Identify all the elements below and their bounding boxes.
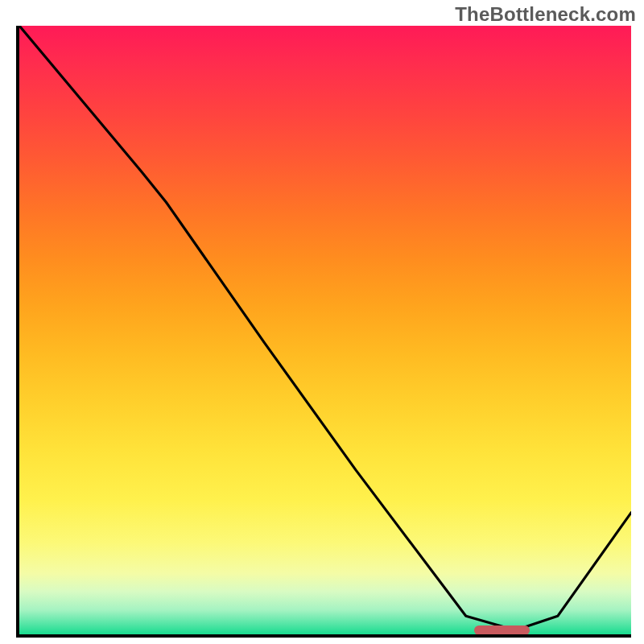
curve-path	[19, 26, 631, 628]
plot-area	[16, 26, 631, 638]
curve-svg	[19, 26, 631, 634]
chart-container: TheBottleneck.com	[0, 0, 644, 644]
watermark-text: TheBottleneck.com	[455, 3, 636, 26]
optimum-marker	[474, 625, 530, 635]
